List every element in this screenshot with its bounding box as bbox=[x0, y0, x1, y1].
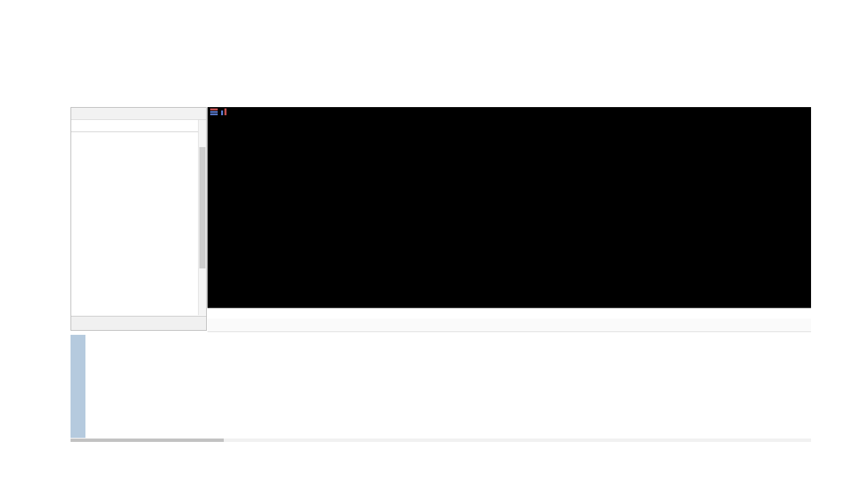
page-title bbox=[190, 67, 703, 87]
time-axis bbox=[208, 308, 811, 319]
balance-equity-chart bbox=[85, 335, 811, 438]
price-chart-window[interactable] bbox=[208, 107, 811, 319]
horizontal-scrollbar[interactable] bbox=[71, 439, 811, 442]
app-window: { "title": { "text": "BACKTEST RESULTS",… bbox=[0, 0, 868, 488]
market-watch-panel bbox=[71, 107, 207, 331]
click-to-add-row[interactable] bbox=[71, 306, 198, 317]
market-watch-scrollbar[interactable] bbox=[198, 120, 206, 315]
candlestick-chart[interactable] bbox=[208, 107, 811, 308]
tester-side-strip bbox=[71, 335, 85, 438]
market-watch-tabs bbox=[71, 316, 206, 330]
scrollbar-thumb[interactable] bbox=[71, 439, 224, 442]
quotes-table-icon bbox=[210, 108, 218, 115]
market-watch-column-headers bbox=[71, 120, 206, 132]
market-watch-titlebar bbox=[71, 108, 206, 120]
scrollbar-thumb[interactable] bbox=[199, 147, 205, 268]
chart-bars-icon bbox=[220, 108, 228, 115]
chart-tabs-bar bbox=[208, 319, 811, 332]
chart-title-line bbox=[210, 108, 233, 115]
strategy-tester-panel bbox=[71, 335, 811, 438]
